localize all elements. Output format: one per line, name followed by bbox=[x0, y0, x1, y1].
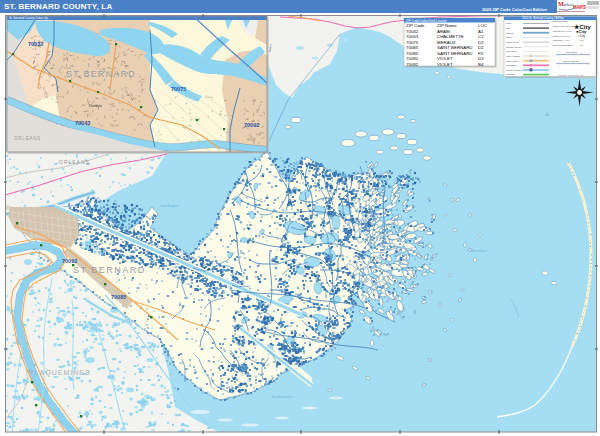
svg-text:Primary Streets: Primary Streets bbox=[506, 41, 518, 43]
svg-text:City: City bbox=[580, 44, 583, 46]
svg-text:US Highways: US Highways bbox=[506, 64, 517, 66]
svg-text:ZIP Code Index/Grid Locator: ZIP Code Index/Grid Locator bbox=[406, 19, 447, 23]
svg-text:B4: B4 bbox=[478, 62, 484, 67]
svg-text:Toll Roads: Toll Roads bbox=[506, 73, 514, 75]
svg-text:Sound: Sound bbox=[330, 227, 339, 231]
svg-text:F5: F5 bbox=[478, 51, 484, 56]
svg-text:Cities and Towns: Cities and Towns bbox=[553, 20, 567, 22]
svg-text:ZIP Name: ZIP Name bbox=[437, 23, 457, 28]
svg-text:County Highways: County Highways bbox=[506, 55, 520, 57]
svg-text:D2: D2 bbox=[478, 40, 484, 45]
svg-text:70085: 70085 bbox=[406, 45, 419, 50]
svg-text:70043: 70043 bbox=[75, 120, 90, 126]
svg-text:D2: D2 bbox=[478, 45, 484, 50]
svg-text:Copyright © 2020 MarketMAPS: Copyright © 2020 MarketMAPS bbox=[558, 74, 584, 76]
svg-text:70032: 70032 bbox=[406, 29, 419, 34]
svg-text:ARABI: ARABI bbox=[437, 29, 450, 34]
svg-text:2020 ZIP Code ColorCast Editio: 2020 ZIP Code ColorCast Edition bbox=[482, 7, 548, 12]
svg-text:ORLEANS: ORLEANS bbox=[59, 159, 90, 165]
svg-text:Chalmette: Chalmette bbox=[89, 104, 102, 108]
svg-text:Scale in Kilometers: Scale in Kilometers bbox=[563, 60, 578, 62]
svg-text:County: County bbox=[506, 22, 512, 24]
svg-text:Secondary Streets: Secondary Streets bbox=[506, 46, 521, 48]
svg-text:70085: 70085 bbox=[111, 294, 126, 300]
svg-text:ST BERNARD: ST BERNARD bbox=[73, 265, 146, 275]
svg-text:C2: C2 bbox=[478, 34, 484, 39]
svg-text:70043: 70043 bbox=[406, 34, 419, 39]
svg-text:ORLEANS: ORLEANS bbox=[14, 136, 41, 141]
svg-text:Roads: Roads bbox=[506, 36, 511, 38]
svg-text:Lake Borgne: Lake Borgne bbox=[160, 204, 178, 208]
svg-text:Minor Streets: Minor Streets bbox=[506, 50, 517, 52]
svg-text:LOC: LOC bbox=[478, 23, 487, 28]
svg-text:ZIP Code: ZIP Code bbox=[506, 32, 514, 34]
svg-text:70092: 70092 bbox=[406, 62, 419, 67]
svg-text:SAINT BERNARD: SAINT BERNARD bbox=[437, 45, 473, 50]
svg-text:ST BERNARD: ST BERNARD bbox=[66, 69, 136, 79]
svg-text:VIOLET: VIOLET bbox=[437, 56, 453, 61]
svg-text:70032: 70032 bbox=[28, 41, 43, 47]
svg-text:○City: ○City bbox=[578, 34, 585, 38]
svg-text:70092: 70092 bbox=[62, 258, 77, 264]
svg-text:CHALMETTE: CHALMETTE bbox=[437, 34, 464, 39]
svg-text:PLAQUEMINES: PLAQUEMINES bbox=[29, 369, 91, 377]
svg-text:VIOLET: VIOLET bbox=[437, 62, 453, 67]
svg-text:MERAUX: MERAUX bbox=[437, 40, 456, 45]
svg-text:Chandeleur: Chandeleur bbox=[470, 249, 487, 253]
svg-text:Bay Boudreau: Bay Boudreau bbox=[272, 395, 292, 399]
svg-text:State Highways: State Highways bbox=[506, 60, 519, 62]
svg-text:Interstate Highways: Interstate Highways bbox=[506, 69, 522, 71]
svg-text:Scale in Miles: Scale in Miles bbox=[566, 51, 577, 53]
svg-text:ZIP Code: ZIP Code bbox=[406, 23, 425, 28]
svg-text:State: State bbox=[506, 27, 510, 29]
svg-text:●City: ●City bbox=[576, 29, 587, 34]
svg-text:SAINT BERNARD: SAINT BERNARD bbox=[437, 51, 473, 56]
svg-text:A1: A1 bbox=[478, 29, 484, 34]
svg-text:70075: 70075 bbox=[406, 40, 419, 45]
svg-text:70092: 70092 bbox=[406, 56, 419, 61]
svg-text:70092: 70092 bbox=[244, 122, 259, 128]
svg-text:70075: 70075 bbox=[171, 86, 186, 92]
svg-text:D2: D2 bbox=[478, 56, 484, 61]
svg-text:70085: 70085 bbox=[406, 51, 419, 56]
svg-text:St. Bernard County Close-Up: St. Bernard County Close-Up bbox=[9, 16, 48, 20]
